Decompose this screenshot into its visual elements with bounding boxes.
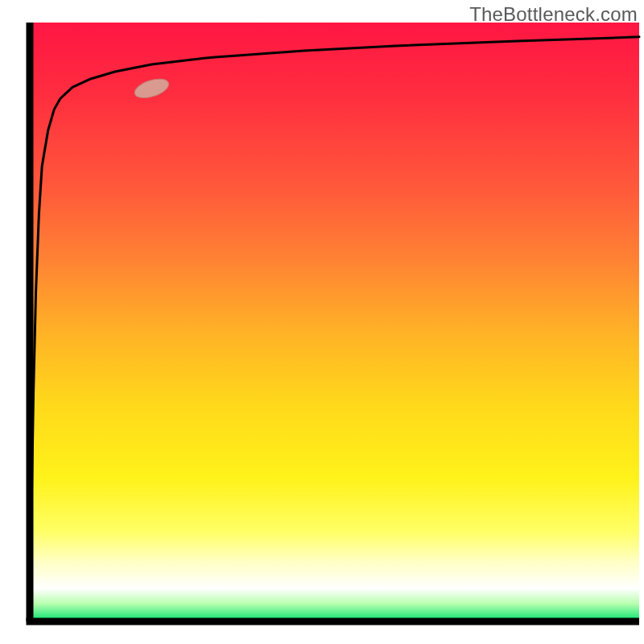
attribution-label: TheBottleneck.com xyxy=(469,3,638,26)
bottleneck-chart xyxy=(0,0,644,644)
plot-background xyxy=(30,23,639,621)
chart-stage: TheBottleneck.com xyxy=(0,0,644,644)
